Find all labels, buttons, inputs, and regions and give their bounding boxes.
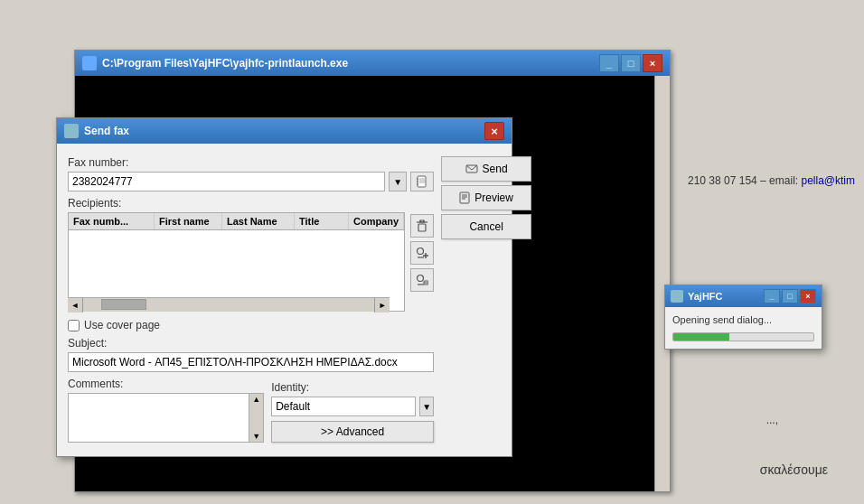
identity-section: Identity: ▼ >> Advanced — [271, 381, 434, 445]
email-link[interactable]: pella@ktim — [801, 174, 855, 187]
recipients-container: Fax numb... First name Last Name Title C… — [68, 212, 434, 312]
advanced-button[interactable]: >> Advanced — [271, 421, 434, 443]
bg-minimize-button[interactable]: _ — [599, 54, 619, 72]
ellipsis-text: ..., — [766, 414, 778, 426]
preview-label: Preview — [474, 191, 513, 204]
subject-section: Subject: — [68, 337, 434, 372]
col-fax-header: Fax numb... — [69, 213, 155, 229]
yajhfc-progress-track — [672, 332, 814, 341]
svg-rect-2 — [417, 181, 418, 182]
send-button[interactable]: Send — [441, 156, 531, 182]
bg-scrollbar[interactable] — [654, 76, 670, 491]
greek-text: σκαλέσουμε — [760, 462, 828, 477]
col-first-header: First name — [155, 213, 222, 229]
separator-text: – email: — [760, 174, 801, 187]
edit-recipient-button[interactable] — [410, 268, 434, 292]
identity-input[interactable] — [271, 397, 416, 416]
send-fax-titlebar: Send fax × — [57, 118, 512, 144]
bg-window-title: C:\Program Files\YajHFC\yajhfc-printlaun… — [102, 57, 348, 70]
send-fax-body: Fax number: ▼ — [57, 144, 512, 456]
recipients-label: Recipients: — [68, 197, 434, 210]
comments-textarea[interactable] — [68, 393, 264, 443]
yajhfc-title: YajHFC — [688, 291, 723, 302]
yajhfc-maximize-button[interactable]: □ — [782, 289, 798, 303]
svg-rect-1 — [417, 178, 418, 180]
send-icon — [465, 163, 478, 174]
hscroll-left-btn[interactable]: ◄ — [68, 298, 83, 313]
recipients-section: Recipients: Fax numb... First name Last … — [68, 197, 434, 312]
preview-button[interactable]: Preview — [441, 185, 531, 210]
svg-rect-12 — [420, 220, 424, 222]
address-book-button[interactable] — [410, 172, 434, 191]
send-fax-icon — [64, 124, 79, 138]
yajhfc-progress-bar — [673, 333, 729, 341]
recipients-side-buttons — [410, 212, 434, 312]
comments-section: Comments: ▲ ▼ — [68, 378, 264, 445]
svg-rect-22 — [460, 192, 469, 203]
send-fax-dialog: Send fax × Fax number: ▼ — [56, 117, 512, 457]
fax-number-label: Fax number: — [68, 156, 434, 169]
hscroll-track[interactable] — [83, 298, 374, 312]
col-title-header: Title — [295, 213, 349, 229]
recipients-hscroll[interactable]: ◄ ► — [68, 297, 390, 312]
right-panel: Send Preview Cancel — [434, 156, 531, 445]
add-recipient-icon — [416, 247, 428, 259]
recipients-table-scroll[interactable] — [69, 230, 404, 307]
fax-number-row: Fax number: ▼ — [68, 156, 434, 191]
address-book-icon — [416, 175, 428, 188]
identity-row: ▼ — [271, 397, 434, 416]
fax-number-input[interactable] — [68, 172, 385, 191]
svg-rect-7 — [418, 224, 426, 231]
send-fax-title: Send fax — [84, 125, 129, 137]
cover-page-row: Use cover page — [68, 319, 434, 331]
bg-window-titlebar: C:\Program Files\YajHFC\yajhfc-printlaun… — [75, 51, 670, 76]
fax-number-input-row: ▼ — [68, 172, 434, 191]
yajhfc-minimize-button[interactable]: _ — [764, 289, 780, 303]
preview-icon — [459, 191, 470, 204]
comments-wrapper: ▲ ▼ — [68, 393, 264, 445]
scroll-up-btn[interactable]: ▲ — [249, 394, 263, 404]
svg-point-13 — [418, 248, 424, 255]
comments-scrollbar[interactable]: ▲ ▼ — [249, 393, 264, 443]
col-last-header: Last Name — [222, 213, 295, 229]
col-company-header: Company — [349, 213, 404, 229]
cancel-label: Cancel — [469, 220, 502, 233]
edit-recipient-icon — [416, 274, 428, 286]
send-label: Send — [483, 163, 508, 175]
svg-rect-3 — [417, 183, 418, 185]
yajhfc-titlebar: YajHFC _ □ × — [665, 285, 822, 307]
recipients-table-header: Fax numb... First name Last Name Title C… — [69, 213, 404, 230]
identity-dropdown-button[interactable]: ▼ — [419, 397, 434, 416]
subject-input[interactable] — [68, 352, 434, 372]
yajhfc-body: Opening send dialog... — [665, 307, 822, 349]
scroll-down-btn[interactable]: ▼ — [249, 432, 263, 442]
cover-page-label: Use cover page — [84, 319, 160, 331]
bg-close-button[interactable]: × — [643, 54, 662, 72]
send-fax-close-button[interactable]: × — [484, 122, 504, 140]
scroll-track[interactable] — [249, 404, 263, 432]
identity-label: Identity: — [271, 381, 434, 394]
hscroll-right-btn[interactable]: ► — [374, 298, 390, 313]
yajhfc-icon — [671, 290, 683, 303]
bg-window-icon — [82, 56, 97, 70]
comments-label: Comments: — [68, 378, 264, 390]
left-panel: Fax number: ▼ — [68, 156, 434, 445]
svg-point-17 — [418, 275, 424, 282]
yajhfc-message: Opening send dialog... — [672, 314, 814, 325]
cancel-button[interactable]: Cancel — [441, 214, 531, 239]
yajhfc-close-button[interactable]: × — [800, 289, 816, 303]
yajhfc-dialog: YajHFC _ □ × Opening send dialog... — [664, 285, 822, 350]
svg-rect-0 — [418, 176, 426, 187]
fax-dropdown-button[interactable]: ▼ — [389, 172, 407, 191]
lower-section: Comments: ▲ ▼ Identity: — [68, 378, 434, 445]
hscroll-thumb[interactable] — [101, 299, 146, 310]
bg-window-controls: _ □ × — [599, 54, 662, 72]
delete-recipient-button[interactable] — [410, 214, 434, 238]
subject-label: Subject: — [68, 337, 434, 350]
phone-text: 210 38 07 154 — [688, 174, 757, 187]
main-content: Fax number: ▼ — [68, 156, 501, 445]
bg-maximize-button[interactable]: □ — [621, 54, 641, 72]
delete-icon — [416, 219, 428, 232]
add-recipient-button[interactable] — [410, 241, 434, 265]
cover-page-checkbox[interactable] — [68, 320, 80, 331]
